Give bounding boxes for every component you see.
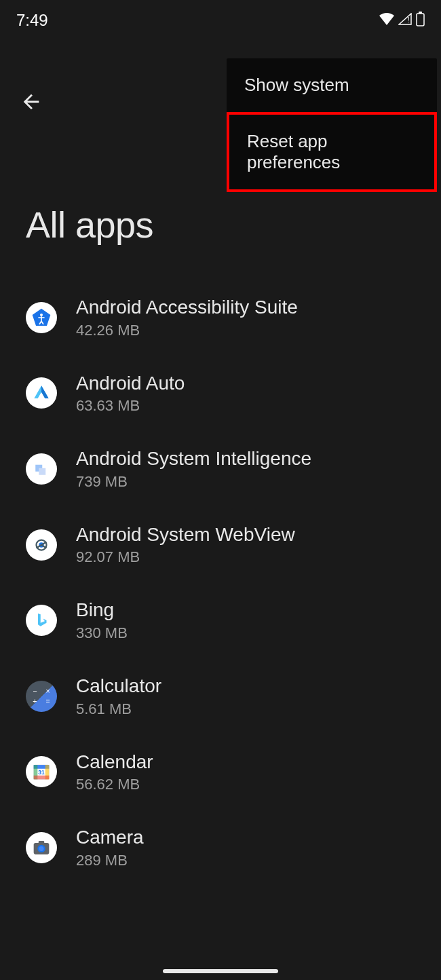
app-size-label: 289 MB xyxy=(76,852,144,869)
app-size-label: 42.26 MB xyxy=(76,322,298,339)
app-name-label: Android Accessibility Suite xyxy=(76,296,298,319)
app-name-label: Calculator xyxy=(76,675,161,698)
svg-text:=: = xyxy=(46,697,50,705)
app-row-android-auto[interactable]: Android Auto 63.63 MB xyxy=(0,356,441,432)
svg-rect-17 xyxy=(34,776,50,780)
back-button[interactable] xyxy=(19,90,43,114)
android-auto-icon xyxy=(26,377,57,409)
accessibility-icon xyxy=(26,302,57,333)
overflow-menu: Show system Reset app preferences xyxy=(227,58,437,192)
app-info: Bing 330 MB xyxy=(76,599,128,642)
svg-text:+: + xyxy=(33,697,37,705)
svg-text:!: ! xyxy=(408,16,410,24)
svg-text:×: × xyxy=(46,687,50,695)
app-size-label: 739 MB xyxy=(76,473,311,491)
status-time: 7:49 xyxy=(16,11,48,30)
app-info: Camera 289 MB xyxy=(76,826,144,869)
app-size-label: 56.62 MB xyxy=(76,776,153,793)
svg-rect-6 xyxy=(39,468,45,475)
app-info: Android Auto 63.63 MB xyxy=(76,372,185,415)
svg-text:31: 31 xyxy=(38,770,45,776)
camera-icon xyxy=(26,832,57,863)
app-row-accessibility[interactable]: Android Accessibility Suite 42.26 MB xyxy=(0,280,441,356)
app-info: Calendar 56.62 MB xyxy=(76,751,153,794)
navigation-handle[interactable] xyxy=(163,969,278,973)
app-size-label: 5.61 MB xyxy=(76,700,161,718)
status-bar: 7:49 ! xyxy=(0,0,441,41)
app-row-calendar[interactable]: 31 Calendar 56.62 MB xyxy=(0,734,441,810)
app-name-label: Camera xyxy=(76,826,144,849)
app-size-label: 330 MB xyxy=(76,624,128,642)
arrow-back-icon xyxy=(20,90,43,113)
app-list: Android Accessibility Suite 42.26 MB And… xyxy=(0,280,441,886)
wifi-icon xyxy=(379,13,394,28)
webview-icon xyxy=(26,529,57,561)
calculator-icon: − × + = xyxy=(26,681,57,712)
signal-icon: ! xyxy=(398,13,412,28)
page-title: All apps xyxy=(0,204,441,246)
app-row-webview[interactable]: Android System WebView 92.07 MB xyxy=(0,507,441,583)
svg-rect-2 xyxy=(419,12,422,14)
svg-rect-20 xyxy=(39,841,45,844)
svg-point-22 xyxy=(39,846,43,851)
app-name-label: Calendar xyxy=(76,751,153,774)
app-size-label: 63.63 MB xyxy=(76,397,185,415)
app-info: Android System Intelligence 739 MB xyxy=(76,447,311,491)
app-row-calculator[interactable]: − × + = Calculator 5.61 MB xyxy=(0,658,441,734)
bing-icon xyxy=(26,605,57,636)
menu-item-reset-app-preferences[interactable]: Reset app preferences xyxy=(227,112,437,192)
status-icons: ! xyxy=(379,12,425,29)
battery-icon xyxy=(416,12,425,29)
app-row-camera[interactable]: Camera 289 MB xyxy=(0,810,441,886)
svg-rect-1 xyxy=(417,14,424,26)
app-name-label: Android System WebView xyxy=(76,523,295,546)
app-row-bing[interactable]: Bing 330 MB xyxy=(0,582,441,658)
system-intelligence-icon xyxy=(26,453,57,485)
app-info: Android System WebView 92.07 MB xyxy=(76,523,295,567)
app-info: Android Accessibility Suite 42.26 MB xyxy=(76,296,298,339)
menu-item-show-system[interactable]: Show system xyxy=(227,58,437,112)
app-info: Calculator 5.61 MB xyxy=(76,675,161,718)
calendar-icon: 31 xyxy=(26,756,57,787)
app-name-label: Android System Intelligence xyxy=(76,447,311,470)
svg-point-4 xyxy=(40,314,43,316)
app-row-system-intelligence[interactable]: Android System Intelligence 739 MB xyxy=(0,431,441,507)
svg-text:−: − xyxy=(33,687,37,695)
app-name-label: Bing xyxy=(76,599,128,622)
app-size-label: 92.07 MB xyxy=(76,548,295,566)
app-name-label: Android Auto xyxy=(76,372,185,395)
